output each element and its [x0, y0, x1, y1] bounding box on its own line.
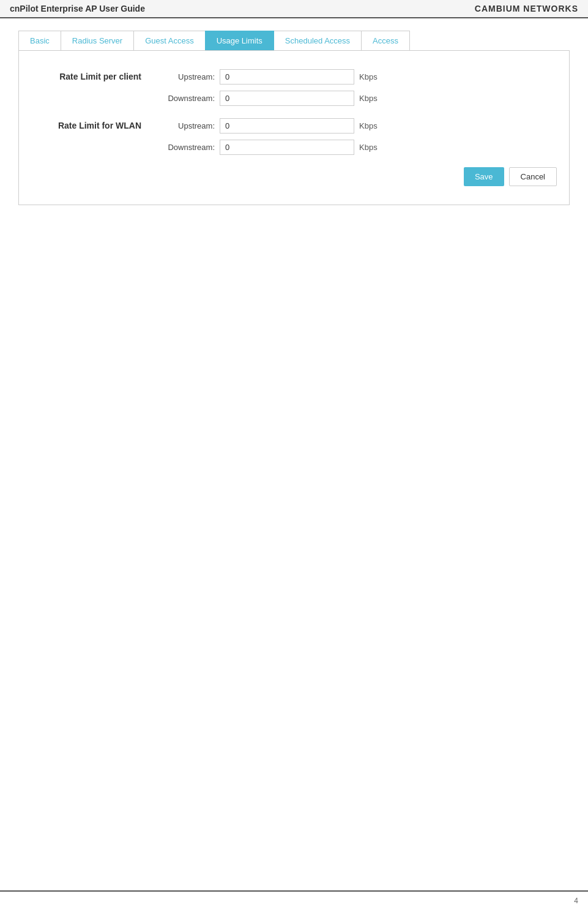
wlan-upstream-row: Upstream: Kbps: [154, 118, 378, 133]
per-client-upstream-label: Upstream:: [154, 72, 215, 81]
wlan-downstream-unit: Kbps: [359, 143, 378, 152]
per-client-downstream-label: Downstream:: [154, 94, 215, 103]
cancel-button[interactable]: Cancel: [509, 167, 557, 186]
main-content: Basic Radius Server Guest Access Usage L…: [0, 18, 588, 217]
tab-radius-server[interactable]: Radius Server: [61, 31, 134, 50]
rate-limit-wlan-title: Rate Limit for WLAN: [31, 118, 154, 130]
wlan-downstream-row: Downstream: Kbps: [154, 140, 378, 155]
tab-guest-access[interactable]: Guest Access: [133, 31, 205, 50]
tab-access[interactable]: Access: [361, 31, 410, 50]
tab-usage-limits[interactable]: Usage Limits: [205, 31, 274, 50]
page-header: cnPilot Enterprise AP User Guide CAMBIUM…: [0, 0, 588, 18]
wlan-upstream-label: Upstream:: [154, 121, 215, 130]
document-title: cnPilot Enterprise AP User Guide: [10, 4, 145, 13]
per-client-upstream-input[interactable]: [220, 69, 354, 85]
tab-scheduled-access[interactable]: Scheduled Access: [274, 31, 362, 50]
tab-bar: Basic Radius Server Guest Access Usage L…: [18, 31, 570, 51]
per-client-downstream-row: Downstream: Kbps: [154, 91, 378, 106]
page-number: 4: [574, 897, 578, 905]
wlan-upstream-input[interactable]: [220, 118, 354, 133]
tab-basic[interactable]: Basic: [18, 31, 61, 50]
footer-line: [0, 890, 588, 892]
wlan-downstream-input[interactable]: [220, 140, 354, 155]
per-client-downstream-input[interactable]: [220, 91, 354, 106]
per-client-upstream-row: Upstream: Kbps: [154, 69, 378, 85]
rate-limit-per-client-fields: Upstream: Kbps Downstream: Kbps: [154, 69, 378, 106]
rate-limit-per-client-section: Rate Limit per client Upstream: Kbps Dow…: [31, 69, 557, 106]
per-client-downstream-unit: Kbps: [359, 94, 378, 103]
brand-name: CAMBIUM NETWORKS: [475, 4, 578, 13]
tab-content: Rate Limit per client Upstream: Kbps Dow…: [18, 51, 570, 205]
wlan-downstream-label: Downstream:: [154, 143, 215, 152]
per-client-upstream-unit: Kbps: [359, 72, 378, 81]
save-button[interactable]: Save: [464, 167, 504, 186]
rate-limit-per-client-title: Rate Limit per client: [31, 69, 154, 81]
rate-limit-wlan-section: Rate Limit for WLAN Upstream: Kbps Downs…: [31, 118, 557, 155]
rate-limit-wlan-fields: Upstream: Kbps Downstream: Kbps: [154, 118, 378, 155]
wlan-upstream-unit: Kbps: [359, 121, 378, 130]
action-buttons: Save Cancel: [31, 167, 557, 186]
